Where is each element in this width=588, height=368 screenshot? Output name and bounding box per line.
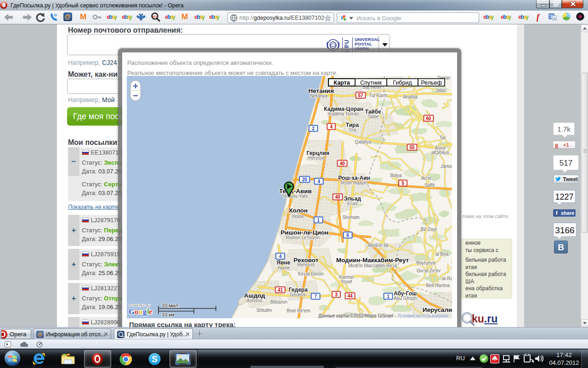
svg-text:4: 4 [279,254,282,259]
svg-text:Jaba': Jaba' [435,88,447,93]
svg-text:Yosef: Yosef [341,279,352,284]
svg-text:Эльад: Эльад [344,196,361,202]
svg-text:Shtulim: Shtulim [256,308,271,313]
svg-text:al-Ra: al-Ra [442,276,452,281]
svg-text:44: 44 [347,293,353,299]
svg-text:10 мил.: 10 мил. [162,303,179,308]
svg-text:Tal: Tal [440,135,446,140]
svg-text:Абу-Гош: Абу-Гош [394,290,417,297]
svg-text:40: 40 [335,195,340,200]
svg-text:Ришон-ле-Цион: Ришон-ле-Цион [281,229,328,236]
svg-text:al Bira: al Bira [435,252,449,257]
svg-text:4: 4 [330,124,333,129]
svg-text:Modi'in Ilit: Modi'in Ilit [368,243,388,248]
svg-text:Иерусалим: Иерусалим [423,306,452,313]
svg-text:Bnei Re'em: Bnei Re'em [287,308,310,313]
svg-text:2: 2 [312,126,315,131]
svg-text:6: 6 [346,233,349,238]
svg-text:alQibliya: alQibliya [431,150,449,155]
svg-text:7: 7 [314,294,317,299]
svg-text:1: 1 [317,218,320,223]
svg-text:Salfit: Salfit [424,183,435,188]
svg-text:10 км: 10 км [162,312,175,317]
svg-text:Giv'at Ze'ev: Giv'at Ze'ev [417,268,441,273]
svg-text:Реховот: Реховот [294,257,318,264]
svg-text:Тира: Тира [346,122,359,128]
svg-text:Tul Karm: Tul Karm [369,93,387,98]
svg-text:Qalqilya: Qalqilya [355,139,372,144]
svg-text:Карта: Карта [334,80,350,86]
svg-text:Гедера: Гедера [288,287,307,293]
svg-text:Тайбе: Тайбе [365,109,381,115]
svg-text:Герцлия: Герцлия [306,150,329,156]
svg-text:e: e [149,307,152,316]
svg-text:4: 4 [317,179,320,184]
svg-text:40: 40 [339,161,345,166]
svg-text:5: 5 [401,181,404,186]
svg-text:Тель-Авив: Тель-Авив [279,188,311,195]
svg-text:o: o [135,307,138,316]
svg-text:G: G [129,307,135,316]
svg-text:1: 1 [387,294,390,299]
svg-text:55: 55 [409,145,415,150]
svg-text:A: A [553,16,556,21]
svg-text:Рош-ха-Аин: Рош-ха-Аин [338,175,370,181]
svg-text:Ari'el: Ari'el [421,176,431,181]
svg-text:Bir Zayt: Bir Zayt [421,227,437,232]
svg-text:Beit Hanina: Beit Hanina [426,283,450,288]
svg-text:Холон: Холон [288,207,308,214]
svg-text:60: 60 [426,116,431,121]
svg-text:Кадима-Цоран: Кадима-Цоран [324,106,363,112]
svg-text:Ашдод: Ашдод [244,292,266,299]
svg-text:Гибрид: Гибрид [393,80,412,86]
svg-text:Данные карты ©2012 Mapa GISrae: Данные карты ©2012 Mapa GISrael - Услови… [318,313,448,318]
svg-text:Явне: Явне [277,259,290,266]
svg-text:S: S [152,354,158,364]
svg-text:Bitsaron: Bitsaron [271,299,288,305]
svg-text:Anabta: Anabta [403,94,418,99]
svg-text:o: o [139,307,142,316]
svg-text:RT: RT [153,15,158,19]
svg-text:57: 57 [358,93,363,98]
svg-text:Спутник: Спутник [360,80,382,86]
svg-text:g: g [143,307,147,316]
svg-text:Jama'in: Jama'in [441,164,452,169]
svg-text:41: 41 [277,288,283,293]
svg-text:Yavne: Yavne [277,265,290,270]
svg-text:Модиин-Маккабим-Реут: Модиин-Маккабим-Реут [336,257,409,264]
svg-text:Bidya: Bidya [390,173,401,178]
svg-text:POWERED BY: POWERED BY [129,304,151,307]
svg-text:3: 3 [335,292,338,297]
svg-text:Kiryat Ekron: Kiryat Ekron [298,271,323,276]
svg-text:Shoham: Shoham [342,215,359,220]
svg-text:Baytunya: Baytunya [416,260,435,265]
svg-text:Holon: Holon [292,214,304,219]
svg-text:20: 20 [302,177,307,182]
svg-text:Modi'in Maccabim Re'ut: Modi'in Maccabim Re'ut [348,263,397,268]
svg-text:Нетания: Нетания [308,87,334,94]
svg-text:Рельеф: Рельеф [421,80,441,86]
